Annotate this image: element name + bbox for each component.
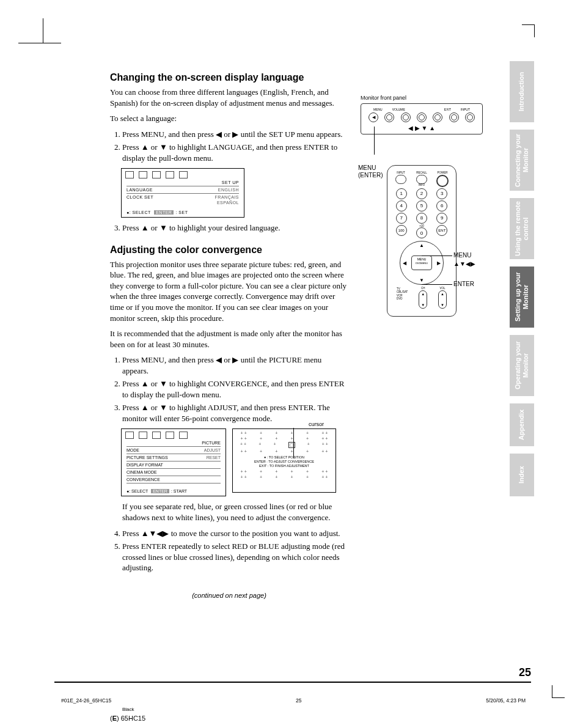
- panel-button: ◀: [369, 112, 378, 122]
- remote-button-label: VOL: [438, 287, 447, 290]
- panel-button-label: EXIT: [444, 108, 451, 111]
- osd-hint-button: ENTER: [154, 210, 174, 215]
- remote-num-button: 100: [396, 225, 407, 236]
- osd-item: CONVERGENCE: [127, 477, 221, 482]
- tab-introduction: Introduction: [510, 61, 534, 122]
- osd-hint: ● : TO SELECT POSITION: [264, 455, 304, 459]
- osd-tab-icon: [166, 171, 174, 178]
- step: Press ▲ or ▼ to highlight LANGUAGE, and …: [122, 142, 348, 163]
- osd-value: RESET: [207, 455, 221, 460]
- remote-button-label: POWER: [433, 172, 452, 175]
- step: Press MENU, and then press ◀ or ▶ until …: [122, 355, 348, 376]
- osd-item: LANGUAGE: [127, 188, 218, 192]
- body-text: If you see separate red, blue, or green …: [122, 501, 348, 523]
- panel-button: [401, 112, 411, 122]
- arrow-icons: ◀ ▶ ▼ ▲: [366, 122, 477, 131]
- arrow-down-icon: ▼: [419, 278, 424, 283]
- osd-value: ESPAÑOL: [217, 200, 239, 205]
- osd-value: FRANÇAIS: [215, 195, 239, 199]
- remote-button: [395, 175, 406, 184]
- remote-num-button: 7: [396, 213, 407, 224]
- osd-tab-icon: [139, 432, 147, 439]
- remote-num-button: 0: [416, 227, 427, 238]
- remote-num-button: ENT: [436, 225, 447, 236]
- tab-connecting: Connecting your Monitor: [510, 130, 534, 191]
- osd-tab-icon: [179, 432, 188, 439]
- osd-hint: : START: [171, 489, 187, 493]
- remote-button-label: CH: [419, 287, 427, 290]
- convergence-grid-screenshot: + ++++++ + + ++++++ + + +++▢++ + + +++++…: [232, 428, 336, 493]
- remote-button-label: INPUT: [391, 172, 411, 175]
- arrow-right-icon: ▶: [437, 260, 441, 266]
- body-text: To select a language:: [110, 113, 348, 124]
- osd-item: MODE: [127, 448, 204, 452]
- remote-num-button: 1: [396, 188, 407, 199]
- remote-button: [416, 175, 427, 184]
- body-text: You can choose from three different lang…: [110, 87, 348, 108]
- tab-remote: Using the remote control: [510, 198, 534, 259]
- tab-setting-up: Setting up your Monitor: [510, 267, 534, 328]
- panel-button: [384, 112, 394, 122]
- remote-num-button: 6: [436, 200, 447, 211]
- osd-hint: : SELECT: [129, 489, 148, 493]
- arrow-up-icon: ▲: [419, 243, 424, 248]
- remote-button-label: INFO: [412, 184, 431, 187]
- figure-callout: ▲▼◀▶: [453, 260, 475, 267]
- remote-menu-button: MENUDVDMENU: [411, 256, 432, 270]
- osd-hint: EXIT : TO FINISH ADJUSTMENT: [259, 464, 309, 468]
- tab-operating: Operating your Monitor: [510, 335, 534, 396]
- osd-title: PICTURE: [122, 440, 226, 446]
- remote-num-button: 9: [436, 213, 447, 224]
- crop-mark: [540, 18, 565, 43]
- remote-ch-rocker: ▲▼: [419, 290, 427, 309]
- page-number: 25: [519, 666, 531, 679]
- remote-button-label: +10: [416, 225, 427, 228]
- section-heading: Changing the on-screen display language: [110, 72, 348, 83]
- osd-item: DISPLAY FORMAT: [127, 463, 221, 467]
- panel-button: [433, 112, 442, 122]
- osd-tab-icon: [179, 171, 188, 178]
- figure-label: cursor: [309, 421, 324, 427]
- remote-num-button: 3: [436, 188, 447, 199]
- step: Press MENU, and then press ◀ or ▶ until …: [122, 129, 348, 140]
- osd-tab-icon: [139, 171, 147, 178]
- body-text: It is recommended that the adjustment is…: [110, 328, 348, 350]
- remote-num-button: 4: [396, 200, 407, 211]
- osd-tab-icon: [125, 171, 134, 178]
- crop-mark: [540, 685, 565, 710]
- figure-label: Monitor front panel: [361, 95, 483, 101]
- osd-hint: : SELECT: [130, 210, 151, 215]
- crop-mark: [18, 685, 43, 710]
- panel-button-label: MENU: [373, 108, 383, 111]
- figure-callout: MENU: [453, 252, 471, 259]
- panel-button: [417, 112, 427, 122]
- osd-setup-screenshot: SET UP LANGUAGE ENGLISH CLOCK SET FRANÇA…: [121, 168, 244, 218]
- panel-button-label: VOLUME: [392, 108, 405, 111]
- chapter-tabs: Introduction Connecting your Monitor Usi…: [510, 61, 534, 504]
- osd-hint: : SET: [175, 210, 188, 215]
- remote-diagram: INPUT RECALL INFO POWER: [387, 165, 457, 317]
- panel-button-label: INPUT: [461, 108, 470, 111]
- osd-hint: ENTER : TO ADJUST CONVERGENCE: [254, 460, 314, 463]
- remote-mode-labels: TV CBL/SAT VCR DVD: [397, 287, 408, 301]
- front-panel-diagram: MENU VOLUME EXIT INPUT ◀: [361, 103, 483, 134]
- osd-tab-icon: [166, 432, 174, 439]
- page-rule: [54, 682, 531, 683]
- panel-button: [465, 112, 475, 122]
- tab-appendix: Appendix: [510, 403, 534, 446]
- osd-value: ENGLISH: [218, 188, 239, 192]
- body-text: This projection monitor uses three separ…: [110, 259, 348, 323]
- osd-tab-icon: [125, 432, 134, 439]
- remote-num-button: 2: [416, 188, 427, 199]
- figure-callout: ENTER: [453, 281, 474, 287]
- osd-value: ADJUST: [204, 448, 221, 452]
- remote-power-button: [436, 175, 449, 187]
- step: Press ▲ or ▼ to highlight your desired l…: [122, 222, 348, 233]
- osd-picture-screenshot: PICTURE MODEADJUST PICTURE SETTINGSRESET…: [121, 428, 226, 496]
- osd-hint-button: ENTER: [151, 489, 169, 493]
- osd-tab-icon: [152, 171, 161, 178]
- arrow-left-icon: ◀: [403, 260, 406, 266]
- step: Press ENTER repeatedly to select RED or …: [122, 541, 348, 573]
- remote-vol-rocker: ▲▼: [438, 290, 447, 309]
- footer-model: (E) 65HC15: [110, 715, 145, 722]
